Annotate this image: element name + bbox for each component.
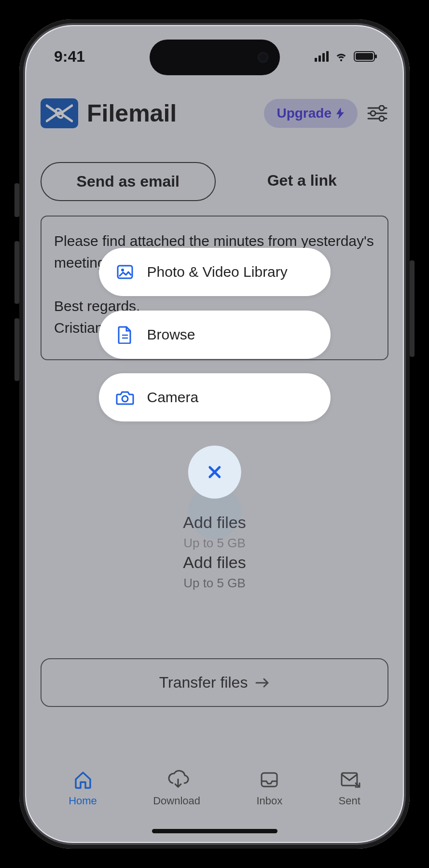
- popover-photo-video-label: Photo & Video Library: [147, 264, 288, 280]
- svg-rect-13: [342, 773, 357, 786]
- cloud-download-icon: [166, 770, 187, 790]
- tabbar-inbox-label: Inbox: [256, 795, 282, 807]
- photo-icon: [115, 262, 135, 282]
- tabbar-home-label: Home: [69, 795, 97, 807]
- device-frame: 9:41: [19, 19, 410, 849]
- tabbar-download-label: Download: [153, 795, 200, 807]
- tabbar-sent[interactable]: Sent: [339, 770, 360, 807]
- close-popover-button[interactable]: [188, 446, 241, 499]
- device-volume-up: [14, 241, 19, 304]
- svg-rect-12: [262, 773, 277, 787]
- add-files-subtitle-overlay: Up to 5 GB: [183, 536, 246, 551]
- screen: 9:41: [26, 26, 403, 842]
- tabbar-home[interactable]: Home: [69, 770, 97, 807]
- home-icon: [73, 770, 93, 790]
- popover-browse[interactable]: Browse: [99, 311, 331, 359]
- tabbar-download[interactable]: Download: [153, 770, 200, 807]
- tabbar-inbox[interactable]: Inbox: [256, 770, 282, 807]
- home-indicator[interactable]: [152, 829, 277, 833]
- popover-browse-label: Browse: [147, 326, 195, 343]
- svg-point-11: [122, 396, 128, 402]
- tabbar-sent-label: Sent: [339, 795, 360, 807]
- popover-photo-video[interactable]: Photo & Video Library: [99, 248, 331, 296]
- close-icon: [205, 462, 224, 482]
- popover-camera-label: Camera: [147, 389, 199, 406]
- sent-icon: [339, 770, 360, 790]
- device-silent-switch: [14, 183, 19, 217]
- add-files-popover: Photo & Video Library Browse Camera: [99, 248, 331, 421]
- svg-point-8: [121, 269, 124, 271]
- camera-icon: [115, 388, 135, 407]
- inbox-icon: [259, 770, 279, 790]
- file-icon: [115, 325, 135, 344]
- device-volume-down: [14, 318, 19, 381]
- popover-camera[interactable]: Camera: [99, 373, 331, 421]
- modal-overlay[interactable]: [26, 26, 403, 842]
- add-files-title-overlay: Add files: [183, 513, 246, 532]
- device-power-button: [410, 260, 415, 357]
